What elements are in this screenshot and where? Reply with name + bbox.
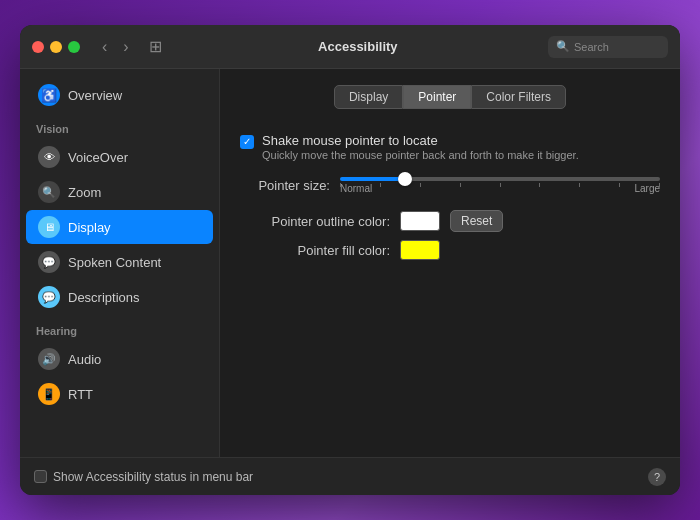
sidebar-item-zoom-label: Zoom [68,185,101,200]
tab-display[interactable]: Display [334,85,403,109]
main-window: ‹ › ⊞ Accessibility 🔍 Search ♿ Overview … [20,25,680,495]
descriptions-icon: 💬 [38,286,60,308]
outline-color-swatch[interactable] [400,211,440,231]
rtt-icon: 📱 [38,383,60,405]
sidebar-item-spoken-content[interactable]: 💬 Spoken Content [26,245,213,279]
shake-title: Shake mouse pointer to locate [262,133,579,148]
sidebar-item-voiceover-label: VoiceOver [68,150,128,165]
vision-section-header: Vision [20,113,219,139]
display-icon: 🖥 [38,216,60,238]
back-button[interactable]: ‹ [96,36,113,58]
sidebar-item-display-label: Display [68,220,111,235]
shake-subtitle: Quickly move the mouse pointer back and … [262,148,579,163]
tab-pointer[interactable]: Pointer [403,85,471,109]
search-icon: 🔍 [556,40,570,53]
titlebar: ‹ › ⊞ Accessibility 🔍 Search [20,25,680,69]
search-placeholder: Search [574,41,609,53]
audio-icon: 🔊 [38,348,60,370]
sidebar: ♿ Overview Vision 👁 VoiceOver 🔍 Zoom 🖥 D… [20,69,220,457]
sidebar-item-rtt[interactable]: 📱 RTT [26,377,213,411]
nav-buttons: ‹ › [96,36,135,58]
shake-row: ✓ Shake mouse pointer to locate Quickly … [240,133,660,163]
sidebar-item-spoken-content-label: Spoken Content [68,255,161,270]
checkmark-icon: ✓ [243,137,251,147]
show-status-checkbox[interactable] [34,470,47,483]
shake-text: Shake mouse pointer to locate Quickly mo… [262,133,579,163]
fill-color-swatch[interactable] [400,240,440,260]
minimize-button[interactable] [50,41,62,53]
maximize-button[interactable] [68,41,80,53]
outline-color-label: Pointer outline color: [240,214,390,229]
sidebar-item-audio[interactable]: 🔊 Audio [26,342,213,376]
close-button[interactable] [32,41,44,53]
zoom-icon: 🔍 [38,181,60,203]
overview-icon: ♿ [38,84,60,106]
sidebar-item-zoom[interactable]: 🔍 Zoom [26,175,213,209]
hearing-section-header: Hearing [20,315,219,341]
help-button[interactable]: ? [648,468,666,486]
window-title: Accessibility [176,39,540,54]
bottom-bar: Show Accessibility status in menu bar ? [20,457,680,495]
pointer-size-slider-container: Normal Large [340,177,660,194]
pointer-section: ✓ Shake mouse pointer to locate Quickly … [240,125,660,276]
search-box[interactable]: 🔍 Search [548,36,668,58]
sidebar-item-rtt-label: RTT [68,387,93,402]
pointer-size-label: Pointer size: [240,178,330,193]
content-area: Display Pointer Color Filters ✓ Shake mo… [220,69,680,457]
spoken-content-icon: 💬 [38,251,60,273]
outline-color-row: Pointer outline color: Reset [240,210,660,232]
sidebar-item-voiceover[interactable]: 👁 VoiceOver [26,140,213,174]
grid-button[interactable]: ⊞ [143,35,168,58]
sidebar-item-overview[interactable]: ♿ Overview [26,78,213,112]
sidebar-item-descriptions[interactable]: 💬 Descriptions [26,280,213,314]
main-content: ♿ Overview Vision 👁 VoiceOver 🔍 Zoom 🖥 D… [20,69,680,457]
show-status-label: Show Accessibility status in menu bar [53,470,253,484]
sidebar-item-display[interactable]: 🖥 Display [26,210,213,244]
pointer-size-row: Pointer size: [240,177,660,194]
shake-checkbox[interactable]: ✓ [240,135,254,149]
sidebar-item-overview-label: Overview [68,88,122,103]
fill-color-row: Pointer fill color: [240,240,660,260]
traffic-lights [32,41,80,53]
tab-color-filters[interactable]: Color Filters [471,85,566,109]
reset-button[interactable]: Reset [450,210,503,232]
sidebar-item-descriptions-label: Descriptions [68,290,140,305]
voiceover-icon: 👁 [38,146,60,168]
tab-bar: Display Pointer Color Filters [240,85,660,109]
pointer-size-slider[interactable] [340,177,660,181]
forward-button[interactable]: › [117,36,134,58]
fill-color-label: Pointer fill color: [240,243,390,258]
sidebar-item-audio-label: Audio [68,352,101,367]
